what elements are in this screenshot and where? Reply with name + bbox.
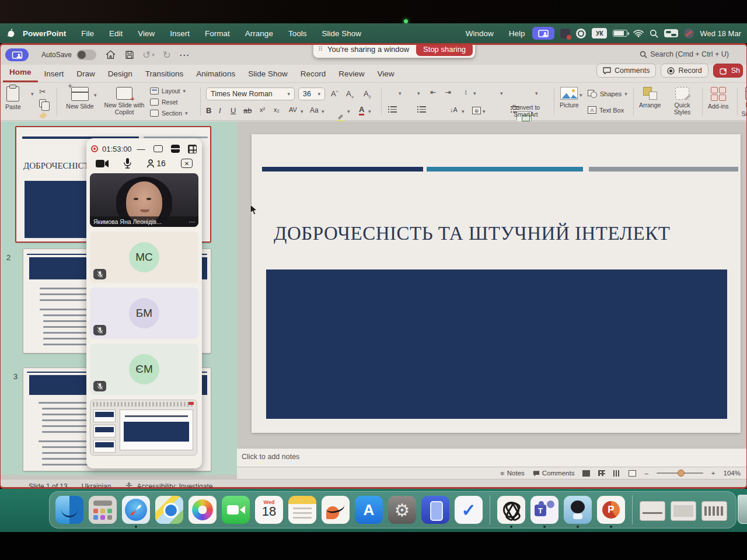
tab-insert[interactable]: Insert [38, 66, 71, 82]
menu-format[interactable]: Format [197, 29, 238, 38]
reset-button[interactable]: Reset [150, 99, 177, 106]
italic-button[interactable]: I [219, 106, 221, 115]
iphone-mirroring-icon[interactable] [421, 496, 449, 524]
align-text-chevron-icon[interactable]: ▾ [483, 108, 486, 114]
tab-record[interactable]: Record [294, 66, 333, 82]
search-bar[interactable]: Search (Cmd + Ctrl + U) [640, 50, 729, 58]
normal-view-button[interactable] [582, 470, 590, 477]
increase-indent-button[interactable]: ⇥ [445, 88, 451, 96]
superscript-button[interactable]: x² [260, 106, 265, 113]
smartart-chevron-icon[interactable]: ▾ [535, 90, 538, 96]
autosave-toggle[interactable] [76, 50, 96, 60]
microsoft-teams-icon[interactable] [530, 496, 558, 524]
slide-title-text[interactable]: ДОБРОЧЕСНІСТЬ ТА ШТУЧНИЙ ІНТЕЛЕКТ [274, 223, 682, 244]
tab-transitions[interactable]: Transitions [139, 66, 190, 82]
numbering-button[interactable] [417, 106, 426, 113]
format-painter-button[interactable] [39, 112, 47, 119]
chatgpt-app-icon[interactable] [497, 496, 525, 524]
grow-font-button[interactable]: A^ [331, 89, 338, 98]
camera-button[interactable] [96, 159, 109, 168]
tab-animations[interactable]: Animations [190, 66, 242, 82]
cut-button[interactable]: ✂ [39, 88, 46, 96]
slideshow-view-button[interactable] [629, 470, 636, 477]
notes-app-icon[interactable] [288, 496, 316, 524]
maps-app-icon[interactable] [155, 496, 183, 524]
tab-review[interactable]: Review [332, 66, 371, 82]
keyboard-layout-indicator[interactable]: УК [592, 28, 607, 38]
recording-indicator-icon[interactable] [91, 145, 98, 152]
zoom-percentage[interactable]: 104% [724, 470, 741, 477]
textbox-button[interactable]: A Text Box [588, 106, 624, 114]
layout-button[interactable]: Layout ▾ [150, 88, 186, 94]
decrease-indent-button[interactable]: ⇤ [430, 88, 436, 96]
participant-tile-2[interactable]: БМ [90, 288, 198, 339]
font-color-button[interactable]: A [359, 106, 364, 116]
text-direction-button[interactable]: ↓A [450, 106, 458, 113]
menubar-app-name[interactable]: PowerPoint [15, 29, 74, 38]
more-commands-button[interactable]: ⋯ [179, 49, 189, 61]
reading-view-button[interactable] [613, 470, 620, 477]
slide-content-rectangle[interactable] [266, 270, 727, 419]
record-button[interactable]: Record [661, 64, 708, 78]
participant-tile-3[interactable]: ЄМ [90, 344, 198, 395]
microphone-button[interactable] [124, 158, 131, 169]
convert-smartart-label[interactable]: Convert to SmartArt [504, 104, 548, 118]
new-slide-button[interactable]: New Slide [66, 87, 94, 110]
menu-view[interactable]: View [130, 29, 162, 38]
stack-view-button[interactable] [171, 145, 180, 153]
text-direction-chevron-icon[interactable]: ▾ [462, 108, 465, 114]
battery-icon[interactable] [613, 30, 627, 37]
change-case-button[interactable]: Aa [310, 106, 319, 114]
copy-button[interactable] [39, 99, 46, 107]
system-settings-icon[interactable]: ⚙ [388, 496, 416, 524]
highlight-chevron-icon[interactable]: ▾ [347, 108, 350, 114]
menu-help[interactable]: Help [501, 29, 533, 38]
section-button[interactable]: Section ▾ [150, 110, 188, 117]
menu-window[interactable]: Window [458, 29, 501, 38]
participant-tile-1[interactable]: МС [90, 232, 198, 283]
numbering-chevron-icon[interactable]: ▾ [417, 90, 420, 96]
stop-sharing-button[interactable]: Stop sharing [416, 43, 473, 56]
font-name-select[interactable]: Times New Roman ▾ [206, 88, 295, 100]
safari-app-icon[interactable] [122, 496, 150, 524]
undo-button[interactable]: ↺ [142, 49, 151, 61]
close-panel-button[interactable]: ✕ [181, 159, 193, 168]
app-store-icon[interactable] [355, 496, 383, 524]
banner-grip-icon[interactable]: ⠿ [318, 46, 323, 53]
tab-draw[interactable]: Draw [70, 66, 102, 82]
screen-sharing-menubar-icon[interactable] [532, 27, 554, 40]
line-spacing-chevron-icon[interactable]: ▾ [473, 90, 476, 96]
comments-toggle-button[interactable]: Comments [533, 470, 575, 477]
undo-chevron-icon[interactable]: ▾ [152, 52, 155, 58]
menu-edit[interactable]: Edit [102, 29, 130, 38]
tab-design[interactable]: Design [102, 66, 139, 82]
slide-sorter-view-button[interactable] [598, 470, 605, 476]
case-chevron-icon[interactable]: ▾ [322, 108, 324, 114]
quick-styles-button[interactable]: Quick Styles [669, 87, 695, 116]
font-size-select[interactable]: 36 ▾ [298, 88, 325, 100]
save-icon[interactable] [125, 50, 134, 60]
minimized-window-2[interactable] [671, 501, 696, 521]
menubar-extra-icon[interactable] [684, 29, 694, 38]
language-indicator[interactable]: Ukrainian [82, 482, 111, 489]
home-icon[interactable] [106, 50, 116, 60]
line-spacing-button[interactable]: ↕ [464, 88, 467, 96]
arrange-button[interactable]: Arrange [639, 87, 661, 108]
menu-arrange[interactable]: Arrange [238, 29, 281, 38]
photos-app-icon[interactable] [189, 496, 217, 524]
new-slide-chevron-icon[interactable]: ▾ [94, 92, 97, 98]
menu-tools[interactable]: Tools [281, 29, 315, 38]
powerpoint-app-icon[interactable] [597, 496, 625, 524]
slide-editing-surface[interactable]: ДОБРОЧЕСНІСТЬ ТА ШТУЧНИЙ ІНТЕЛЕКТ [252, 134, 741, 433]
paste-chevron-icon[interactable]: ▾ [31, 91, 34, 97]
minimize-meeting-button[interactable]: — [137, 144, 145, 153]
tab-view[interactable]: View [371, 66, 401, 82]
shared-screen-preview[interactable] [90, 400, 197, 456]
bullets-chevron-icon[interactable]: ▾ [399, 90, 402, 96]
bullets-button[interactable] [388, 106, 397, 113]
assistant-robot-app-icon[interactable] [564, 496, 592, 524]
share-button[interactable]: Sh [713, 64, 743, 78]
picture-button[interactable]: Picture [560, 87, 579, 108]
strikethrough-button[interactable]: ab [243, 106, 252, 115]
redo-button[interactable]: ↻ [163, 49, 171, 61]
